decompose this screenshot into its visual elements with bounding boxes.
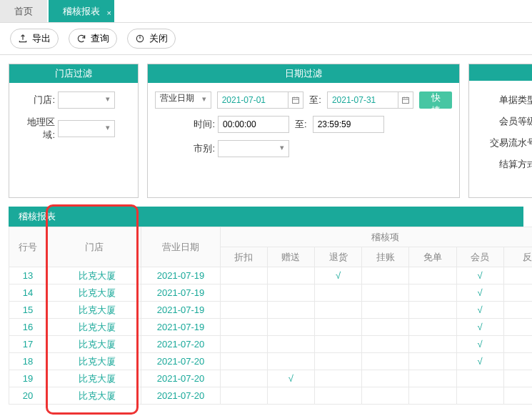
cell-check: √ <box>456 284 503 302</box>
shift-label: 市别: <box>155 142 218 155</box>
query-button[interactable]: 查询 <box>69 29 117 49</box>
store-select[interactable] <box>58 91 115 109</box>
cell-date: 2021-07-19 <box>141 319 220 336</box>
cell-check <box>220 267 267 284</box>
cell-check <box>362 387 409 405</box>
cell-check <box>220 302 267 319</box>
cell-check: √ <box>315 267 362 284</box>
shift-select[interactable] <box>218 140 289 157</box>
col-date: 营业日期 <box>141 227 220 267</box>
cell-store: 比克大厦 <box>46 319 141 336</box>
col-store: 门店 <box>46 227 141 267</box>
col-group: 稽核项 <box>220 227 532 247</box>
col-return: 退货 <box>315 247 362 267</box>
to-label-2: 至: <box>295 118 307 131</box>
table-row[interactable]: 19比克大厦2021-07-20√ <box>9 370 533 387</box>
cell-check <box>267 387 314 405</box>
cell-rownum: 18 <box>9 353 47 370</box>
cell-check <box>315 319 362 336</box>
cell-rownum: 14 <box>9 284 47 302</box>
cell-check <box>362 302 409 319</box>
export-button[interactable]: 导出 <box>10 29 59 49</box>
cell-check <box>362 353 409 370</box>
calendar-icon[interactable] <box>398 91 414 109</box>
calendar-icon[interactable] <box>288 91 304 109</box>
filters-row: 门店过滤 门店: 地理区域: 日期过滤 营业日期 至: 快捷 <box>0 55 532 207</box>
cell-check <box>362 284 409 302</box>
cell-check <box>503 370 532 387</box>
cell-date: 2021-07-19 <box>141 267 220 284</box>
table-row[interactable]: 14比克大厦2021-07-19√ <box>9 284 533 302</box>
cell-check <box>267 353 314 370</box>
cell-check <box>267 319 314 336</box>
cell-date: 2021-07-20 <box>141 387 220 405</box>
report-grid: 行号 门店 营业日期 稽核项 折扣 赠送 退货 挂账 免单 会员 反 13比克大… <box>9 227 523 405</box>
col-rownum: 行号 <box>9 227 47 267</box>
cell-check <box>267 302 314 319</box>
table-row[interactable]: 15比克大厦2021-07-19√ <box>9 302 533 319</box>
cell-check <box>362 336 409 353</box>
cell-check: √ <box>456 319 503 336</box>
bill-type-label: 单据类型: <box>476 89 532 111</box>
store-label: 门店: <box>16 94 58 107</box>
bizdate-type-select[interactable]: 营业日期 <box>155 91 211 109</box>
cell-date: 2021-07-19 <box>141 302 220 319</box>
table-row[interactable]: 17比克大厦2021-07-20√ <box>9 336 533 353</box>
cell-check <box>315 302 362 319</box>
cell-check <box>503 387 532 405</box>
export-icon <box>18 34 28 44</box>
cell-store: 比克大厦 <box>46 336 141 353</box>
cell-rownum: 20 <box>9 387 47 405</box>
cell-check <box>456 387 503 405</box>
cell-check <box>220 353 267 370</box>
cell-store: 比克大厦 <box>46 370 141 387</box>
cell-check <box>409 370 456 387</box>
quick-button[interactable]: 快捷 <box>419 91 452 109</box>
tab-home[interactable]: 首页 <box>0 0 47 22</box>
cell-rownum: 13 <box>9 267 47 284</box>
cell-check <box>409 336 456 353</box>
cell-check <box>503 267 532 284</box>
table-row[interactable]: 13比克大厦2021-07-19√√ <box>9 267 533 284</box>
date-to-input[interactable] <box>327 91 398 109</box>
date-from-input[interactable] <box>217 91 288 109</box>
date-filter-title: 日期过滤 <box>148 64 459 83</box>
cell-check <box>220 336 267 353</box>
table-row[interactable]: 20比克大厦2021-07-20 <box>9 387 533 405</box>
power-icon <box>135 34 145 44</box>
tab-report[interactable]: 稽核报表 × <box>49 0 114 22</box>
cell-check <box>409 284 456 302</box>
cell-check <box>220 387 267 405</box>
refresh-icon <box>76 34 86 44</box>
cell-rownum: 16 <box>9 319 47 336</box>
cell-check <box>409 353 456 370</box>
cell-check: √ <box>456 267 503 284</box>
region-select[interactable] <box>58 120 115 137</box>
cell-check <box>362 370 409 387</box>
cell-check <box>409 302 456 319</box>
time-to-input[interactable] <box>313 116 384 133</box>
cell-check <box>315 387 362 405</box>
cell-date: 2021-07-20 <box>141 353 220 370</box>
time-from-input[interactable] <box>218 116 289 133</box>
close-label: 关闭 <box>149 32 168 45</box>
close-icon[interactable]: × <box>107 1 111 24</box>
cell-date: 2021-07-19 <box>141 284 220 302</box>
cell-check <box>315 370 362 387</box>
cell-check <box>220 284 267 302</box>
right-filter-panel: 单据类型: 会员等级: 交易流水号: 结算方式: <box>468 64 532 198</box>
table-row[interactable]: 18比克大厦2021-07-20√ <box>9 353 533 370</box>
cell-check <box>315 284 362 302</box>
cell-check <box>267 336 314 353</box>
store-filter-panel: 门店过滤 门店: 地理区域: <box>9 64 139 198</box>
col-free: 免单 <box>409 247 456 267</box>
cell-date: 2021-07-20 <box>141 336 220 353</box>
col-credit: 挂账 <box>362 247 409 267</box>
tab-report-label: 稽核报表 <box>63 6 100 16</box>
cell-check <box>362 267 409 284</box>
cell-check <box>503 319 532 336</box>
table-row[interactable]: 16比克大厦2021-07-19√ <box>9 319 533 336</box>
cell-check <box>267 284 314 302</box>
cell-rownum: 17 <box>9 336 47 353</box>
close-button[interactable]: 关闭 <box>127 29 176 49</box>
